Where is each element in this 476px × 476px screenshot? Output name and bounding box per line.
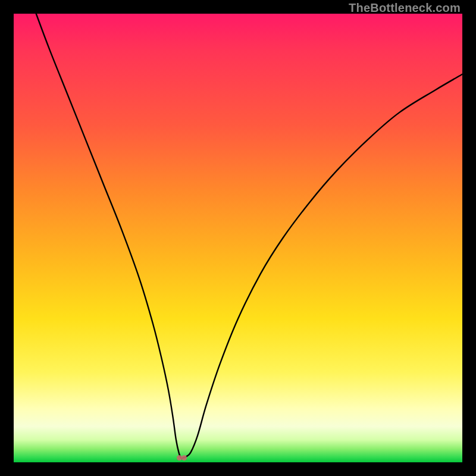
bottleneck-curve	[14, 14, 462, 462]
chart-frame: TheBottleneck.com	[0, 0, 476, 476]
plot-area	[14, 14, 462, 462]
watermark-text: TheBottleneck.com	[349, 1, 461, 15]
